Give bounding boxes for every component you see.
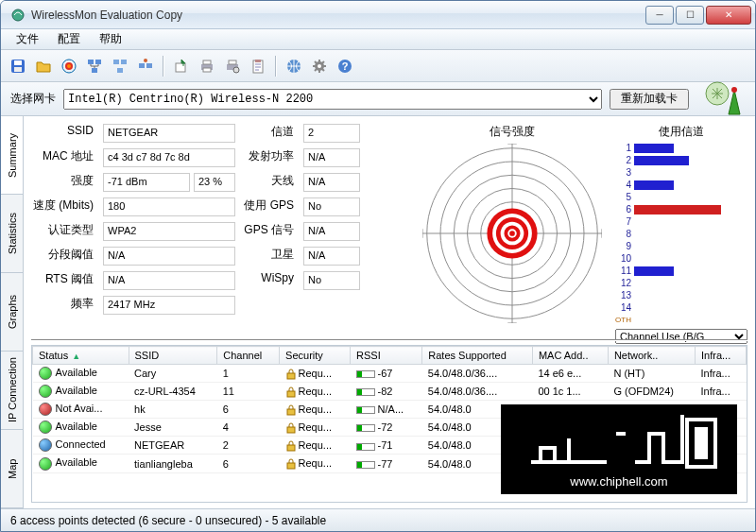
maximize-button[interactable]: ☐ xyxy=(676,6,704,25)
tab-statistics[interactable]: Statistics xyxy=(1,195,23,273)
gps-value: No xyxy=(303,197,360,216)
lock-icon xyxy=(285,386,297,398)
rssi-bar-icon xyxy=(356,388,375,396)
network-icon-3[interactable] xyxy=(134,55,157,77)
app-icon xyxy=(10,8,26,23)
svg-rect-2 xyxy=(14,60,22,65)
tab-map[interactable]: Map xyxy=(1,430,23,508)
gpssig-value: N/A xyxy=(303,222,360,241)
column-header[interactable]: Channel xyxy=(217,347,280,365)
channel-row: 5 xyxy=(615,191,747,203)
app-window: WirelessMon Evaluation Copy ─ ☐ ✕ 文件 配置 … xyxy=(0,0,756,532)
channel-label: 信道 xyxy=(241,124,298,143)
svg-point-31 xyxy=(731,87,737,93)
svg-rect-12 xyxy=(117,68,123,73)
menu-config[interactable]: 配置 xyxy=(48,29,90,49)
panel-divider[interactable] xyxy=(31,339,747,341)
save-icon[interactable] xyxy=(7,55,29,77)
column-header[interactable]: Network.. xyxy=(608,347,695,365)
globe-icon[interactable] xyxy=(283,55,305,77)
column-header[interactable]: Rates Supported xyxy=(422,347,533,365)
txpower-value: N/A xyxy=(303,148,360,167)
svg-rect-14 xyxy=(146,63,152,68)
titlebar[interactable]: WirelessMon Evaluation Copy ─ ☐ ✕ xyxy=(1,1,755,29)
svg-point-27 xyxy=(318,64,321,68)
lock-icon xyxy=(285,440,297,452)
lock-icon xyxy=(285,369,297,380)
rssi-bar-icon xyxy=(356,424,375,432)
column-header[interactable]: MAC Add.. xyxy=(532,347,608,365)
gps-label: 使用 GPS xyxy=(241,197,298,216)
gear-icon[interactable] xyxy=(308,55,331,77)
auth-value: WPA2 xyxy=(103,222,235,241)
strength-dbm: -71 dBm xyxy=(103,173,190,192)
speed-label: 速度 (Mbits) xyxy=(31,197,97,216)
svg-rect-52 xyxy=(287,409,295,415)
svg-rect-24 xyxy=(255,60,261,62)
status-dot-icon xyxy=(39,385,52,398)
clipboard-icon[interactable] xyxy=(247,55,269,77)
svg-rect-3 xyxy=(14,67,22,72)
ssid-label: SSID xyxy=(31,124,97,143)
status-dot-icon xyxy=(39,438,52,452)
channel-row: 10 xyxy=(615,252,747,265)
channel-row: 9 xyxy=(615,240,747,252)
tab-ip-connection[interactable]: IP Connection xyxy=(1,352,23,430)
menu-file[interactable]: 文件 xyxy=(7,29,48,49)
help-icon[interactable]: ? xyxy=(334,55,356,77)
open-icon[interactable] xyxy=(32,55,55,77)
menu-help[interactable]: 帮助 xyxy=(90,29,131,49)
close-button[interactable]: ✕ xyxy=(706,6,751,25)
column-header[interactable]: RSSI xyxy=(351,347,422,365)
vertical-tabs: Summary Statistics Graphs IP Connection … xyxy=(1,116,24,508)
print-icon[interactable] xyxy=(196,55,218,77)
column-header[interactable]: SSID xyxy=(129,347,217,365)
channel-row: 8 xyxy=(615,228,747,240)
svg-rect-18 xyxy=(203,60,211,64)
svg-point-22 xyxy=(233,67,239,73)
speed-value: 180 xyxy=(103,197,235,216)
svg-rect-54 xyxy=(287,445,295,451)
reload-button[interactable]: 重新加载卡 xyxy=(610,89,689,110)
network-icon-2[interactable] xyxy=(109,55,131,77)
svg-rect-10 xyxy=(113,60,119,64)
wispy-value: No xyxy=(303,271,360,290)
svg-rect-7 xyxy=(88,60,94,64)
column-header[interactable]: Security xyxy=(280,347,351,365)
status-dot-icon xyxy=(39,457,52,471)
svg-rect-21 xyxy=(229,60,236,64)
column-header[interactable]: Infra... xyxy=(696,347,747,365)
window-title: WirelessMon Evaluation Copy xyxy=(31,9,645,22)
status-text: 6 access points detected (6 secure - 0 u… xyxy=(10,514,326,527)
channel-row: 14 xyxy=(615,301,747,314)
svg-point-6 xyxy=(67,64,71,68)
radar-title: 信号强度 xyxy=(490,124,535,140)
gpssig-label: GPS 信号 xyxy=(241,222,298,241)
channel-use: 使用信道 1234567891011121314 OTH Channel Use… xyxy=(615,124,747,334)
export-icon[interactable] xyxy=(170,55,193,77)
adapter-select[interactable]: Intel(R) Centrino(R) Wireless-N 2200 xyxy=(63,89,602,110)
channel-row: 11 xyxy=(615,265,747,277)
mac-value: c4 3d c7 8d 7c 8d xyxy=(103,148,235,167)
tab-summary[interactable]: Summary xyxy=(1,116,23,195)
ap-table: Status▲SSIDChannelSecurityRSSIRates Supp… xyxy=(31,345,747,503)
svg-text:?: ? xyxy=(342,60,349,72)
table-row[interactable]: Availablecz-URL-435411Requ...-8254.0/48.… xyxy=(33,383,747,401)
network-icon-1[interactable] xyxy=(83,55,106,77)
print-config-icon[interactable] xyxy=(221,55,244,77)
sat-value: N/A xyxy=(303,247,360,266)
svg-rect-8 xyxy=(95,60,101,64)
channel-mode-select[interactable]: Channel Use (B/G xyxy=(615,329,747,344)
table-row[interactable]: AvailableCary1Requ...-6754.0/48.0/36....… xyxy=(33,365,747,383)
target-icon[interactable] xyxy=(58,55,80,77)
auth-label: 认证类型 xyxy=(31,222,97,241)
column-header[interactable]: Status▲ xyxy=(33,347,129,365)
status-dot-icon xyxy=(39,420,52,434)
tab-graphs[interactable]: Graphs xyxy=(1,273,23,352)
rssi-bar-icon xyxy=(356,461,375,469)
minimize-button[interactable]: ─ xyxy=(645,6,674,25)
channel-row: 12 xyxy=(615,277,747,289)
svg-rect-53 xyxy=(287,427,295,433)
channel-row: 6 xyxy=(615,203,747,215)
channel-row: 3 xyxy=(615,166,747,179)
